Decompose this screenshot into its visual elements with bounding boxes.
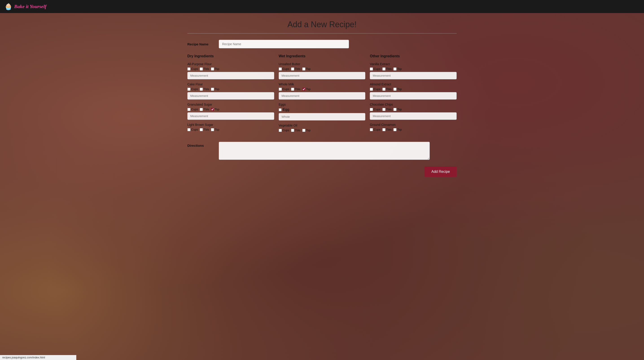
gc-tsp-checkbox[interactable]	[393, 128, 396, 131]
status-bar: recipes.joaquingonz.com/index.html	[0, 355, 76, 360]
cf-cups-checkbox[interactable]	[187, 88, 190, 91]
gc-cups-checkbox[interactable]	[370, 128, 373, 131]
apf-measurement[interactable]	[187, 72, 274, 79]
ae-cups-checkbox[interactable]	[370, 88, 373, 91]
cf-tbls-checkbox[interactable]	[200, 88, 203, 91]
tsp-label: Tsp	[397, 87, 402, 91]
cups-group[interactable]: Cups	[370, 67, 380, 71]
ve-tsp-checkbox[interactable]	[393, 67, 396, 71]
wm-measurement[interactable]	[279, 92, 366, 100]
egg-measurement[interactable]	[279, 113, 366, 120]
ingredient-name: Vegetable Oil	[279, 124, 366, 127]
tbls-group[interactable]: Tbls	[382, 87, 392, 91]
gs-tbls-checkbox[interactable]	[200, 108, 203, 111]
ve-tbls-checkbox[interactable]	[382, 67, 386, 71]
directions-row: Directions	[187, 142, 457, 160]
lbs-tsp-checkbox[interactable]	[211, 128, 214, 131]
ae-tbls-checkbox[interactable]	[382, 88, 386, 91]
navbar-brand[interactable]: 🧁 Bake it Yourself	[4, 3, 46, 10]
tbls-group[interactable]: Tbls	[291, 67, 300, 71]
tsp-group[interactable]: Tsp	[211, 87, 219, 91]
tbls-group[interactable]: Tbls	[291, 128, 300, 132]
cups-group[interactable]: Cups	[370, 128, 380, 131]
tsp-group[interactable]: Tsp	[302, 87, 310, 91]
ub-measurement[interactable]	[279, 72, 366, 79]
apf-tbls-checkbox[interactable]	[200, 67, 203, 71]
tbls-label: Tbls	[204, 67, 209, 71]
cups-group[interactable]: Cups	[187, 128, 198, 131]
cc-measurement[interactable]	[370, 112, 457, 120]
ingredient-checkboxes: Cups Tbls Tsp	[370, 108, 457, 111]
cups-group[interactable]: Cups	[279, 87, 289, 91]
tsp-group[interactable]: Tsp	[393, 128, 402, 131]
ingredient-name: Whole Milk	[279, 82, 366, 86]
tsp-group[interactable]: Tsp	[211, 108, 219, 111]
tsp-label: Tsp	[306, 87, 310, 91]
egg-checkbox[interactable]	[279, 108, 282, 111]
tsp-group[interactable]: Tsp	[393, 87, 402, 91]
directions-textarea[interactable]	[219, 142, 430, 160]
tbls-group[interactable]: Tbls	[200, 128, 209, 131]
tsp-group[interactable]: Tsp	[393, 67, 402, 71]
tbls-group[interactable]: Tbls	[382, 128, 392, 131]
gs-cups-checkbox[interactable]	[187, 108, 190, 111]
ub-tbls-checkbox[interactable]	[291, 67, 294, 71]
gs-measurement[interactable]	[187, 112, 274, 120]
ae-measurement[interactable]	[370, 92, 457, 100]
vo-tbls-checkbox[interactable]	[291, 129, 294, 132]
ve-measurement[interactable]	[370, 72, 457, 79]
tsp-group[interactable]: Tsp	[302, 128, 310, 132]
cups-label: Cups	[374, 67, 380, 71]
tbls-group[interactable]: Tbls	[200, 108, 209, 111]
apf-tsp-checkbox[interactable]	[211, 67, 214, 71]
tbls-group[interactable]: Tbls	[200, 87, 209, 91]
cc-tsp-checkbox[interactable]	[393, 108, 396, 111]
gs-tsp-checkbox[interactable]	[211, 108, 214, 111]
apf-cups-checkbox[interactable]	[187, 67, 190, 71]
cups-group[interactable]: Cups	[187, 108, 198, 111]
ingredient-chocolate-chips: Chocolate Chips Cups Tbls Tsp	[370, 103, 457, 120]
recipe-name-label: Recipe Name	[187, 42, 214, 46]
tbls-group[interactable]: Tbls	[382, 108, 392, 111]
cups-label: Cups	[374, 108, 380, 111]
cups-label: Cups	[191, 87, 198, 91]
tsp-group[interactable]: Tsp	[211, 128, 219, 131]
ub-tsp-checkbox[interactable]	[302, 67, 306, 71]
tbls-group[interactable]: Tbls	[291, 87, 300, 91]
tbls-label: Tbls	[204, 128, 209, 131]
ingredient-name: Ground Cinnamon	[370, 123, 457, 126]
lbs-cups-checkbox[interactable]	[187, 128, 190, 131]
tbls-label: Tbls	[204, 108, 209, 111]
cups-group[interactable]: Cups	[187, 87, 198, 91]
cups-group[interactable]: Cups	[187, 67, 198, 71]
cf-measurement[interactable]	[187, 92, 274, 100]
vo-cups-checkbox[interactable]	[279, 129, 282, 132]
tbls-label: Tbls	[295, 128, 300, 132]
tsp-group[interactable]: Tsp	[393, 108, 402, 111]
tbls-label: Tbls	[386, 87, 392, 91]
gc-tbls-checkbox[interactable]	[382, 128, 386, 131]
cups-group[interactable]: Cups	[370, 108, 380, 111]
cc-cups-checkbox[interactable]	[370, 108, 373, 111]
tsp-group[interactable]: Tsp	[302, 67, 310, 71]
tsp-group[interactable]: Tsp	[211, 67, 219, 71]
cups-group[interactable]: Cups	[370, 87, 380, 91]
recipe-name-input[interactable]	[219, 40, 349, 48]
tbls-group[interactable]: Tbls	[200, 67, 209, 71]
vo-tsp-checkbox[interactable]	[302, 129, 306, 132]
wm-cups-checkbox[interactable]	[279, 88, 282, 91]
cc-tbls-checkbox[interactable]	[382, 108, 386, 111]
cups-group[interactable]: Cups	[279, 67, 289, 71]
wm-tsp-checkbox[interactable]	[302, 88, 306, 91]
ae-tsp-checkbox[interactable]	[393, 88, 396, 91]
tbls-group[interactable]: Tbls	[382, 67, 392, 71]
ingredient-ground-cinnamon: Ground Cinnamon Cups Tbls Tsp	[370, 123, 457, 131]
lbs-tbls-checkbox[interactable]	[200, 128, 203, 131]
add-recipe-button[interactable]: Add Recipe	[424, 166, 457, 177]
cf-tsp-checkbox[interactable]	[211, 88, 214, 91]
ingredient-all-purpose-flour: All-Purpose Flour Cups Tbls Tsp	[187, 62, 274, 79]
ub-cups-checkbox[interactable]	[279, 67, 282, 71]
cups-group[interactable]: Cups	[279, 128, 289, 132]
wm-tbls-checkbox[interactable]	[291, 88, 294, 91]
ve-cups-checkbox[interactable]	[370, 67, 373, 71]
